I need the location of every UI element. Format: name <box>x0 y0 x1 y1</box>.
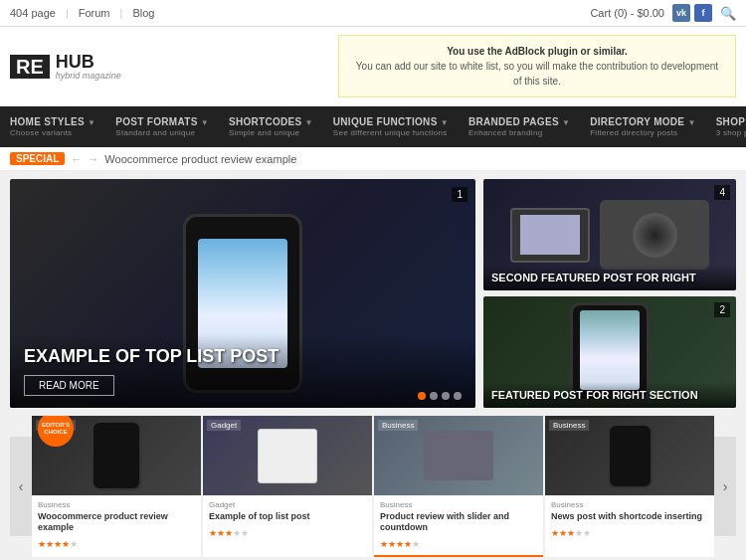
iphone-mini-visual <box>92 421 141 490</box>
carousel-item-2[interactable]: Gadget Gadget Example of top list post ★… <box>203 416 372 557</box>
featured-right-column: 4 SECOND FEATURED POST FOR RIGHT 2 FEATU… <box>483 179 736 408</box>
site-header: RE HUB hybrid magazine You use the AdBlo… <box>0 27 746 106</box>
adblock-line2: You can add our site to white list, so y… <box>356 61 718 87</box>
editors-choice-badge: EDITOR'S CHOICE <box>38 416 74 447</box>
breadcrumb: SPECIAL ← → Woocommerce product review e… <box>0 147 746 171</box>
carousel-item-1-info: Business Woocommerce product review exam… <box>32 495 201 555</box>
slider-number: 1 <box>452 187 467 202</box>
carousel-badge-4: Business <box>549 420 589 431</box>
nav-branded-pages[interactable]: BRANDED PAGES ▼ Enhanced branding <box>459 106 580 147</box>
carousel-badge-2: Gadget <box>207 420 241 431</box>
featured-main-overlay: EXAMPLE OF TOP LIST POST READ MORE <box>10 334 475 408</box>
carousel-items: EDITOR'S CHOICE Business Business Woocom… <box>32 416 714 557</box>
carousel-title-1: Woocommerce product review example <box>38 511 195 533</box>
right-post-bottom-num: 2 <box>714 302 730 317</box>
slider-dot-1[interactable] <box>418 392 426 400</box>
right-post-top-num: 4 <box>714 185 730 200</box>
slider-dots <box>418 392 462 400</box>
carousel-stars-3: ★★★★★ <box>380 536 537 550</box>
top-bar: 404 page | Forum | Blog Cart (0) - $0.00… <box>0 0 746 27</box>
camera-visual <box>600 200 709 270</box>
breadcrumb-link[interactable]: Woocommerce product review example <box>104 153 296 165</box>
breadcrumb-prev-arrow[interactable]: ← <box>71 153 82 165</box>
phone3-visual <box>608 424 653 488</box>
featured-right-post-top[interactable]: 4 SECOND FEATURED POST FOR RIGHT <box>483 179 736 290</box>
carousel-item-2-image: Gadget <box>203 416 372 495</box>
nav-unique-functions[interactable]: UNIQUE FUNCTIONS ▼ See different unique … <box>323 106 459 147</box>
search-icon[interactable]: 🔍 <box>720 6 736 21</box>
carousel-title-4: News post with shortcode inserting <box>551 511 708 522</box>
main-nav: HOME STYLES ▼ Choose variants POST FORMA… <box>0 106 746 147</box>
slider-dot-2[interactable] <box>430 392 438 400</box>
camera-lens <box>633 213 677 258</box>
breadcrumb-next-arrow[interactable]: → <box>88 153 98 165</box>
topbar-forum-link[interactable]: Forum <box>79 7 110 19</box>
carousel-cat-3: Business <box>380 500 537 509</box>
carousel-prev-arrow[interactable]: ‹ <box>10 437 32 536</box>
cart-info[interactable]: Cart (0) - $0.00 <box>590 7 664 19</box>
carousel-row: ‹ EDITOR'S CHOICE Business Business Wooc… <box>10 416 736 557</box>
logo-hub: HUB <box>56 53 121 71</box>
nav-shop-variants[interactable]: SHOP VARIANTS ▼ 3 shop plugins <box>706 106 746 147</box>
slider-dot-3[interactable] <box>442 392 450 400</box>
carousel-cat-1: Business <box>38 500 195 509</box>
topbar-404-link[interactable]: 404 page <box>10 7 56 19</box>
carousel-item-4-image: Business <box>545 416 714 495</box>
carousel-cat-2: Gadget <box>209 500 366 509</box>
right-post-bottom-title-overlay: FEATURED POST FOR RIGHT SECTION <box>483 382 736 408</box>
carousel-item-2-info: Gadget Example of top list post ★★★★★ <box>203 495 372 544</box>
featured-main-readmore-button[interactable]: READ MORE <box>24 375 114 396</box>
carousel-item-3-image: Business <box>374 416 543 495</box>
breadcrumb-special-badge: SPECIAL <box>10 152 65 165</box>
logo-sub: hybrid magazine <box>56 71 121 81</box>
right-post-top-title: SECOND FEATURED POST FOR RIGHT <box>491 272 696 283</box>
nav-post-formats[interactable]: POST FORMATS ▼ Standard and unique <box>105 106 219 147</box>
social-fb-icon[interactable]: f <box>694 4 712 22</box>
carousel-stars-1: ★★★★★ <box>38 536 195 550</box>
featured-row: 1 EXAMPLE OF TOP LIST POST READ MORE <box>10 179 736 408</box>
social-vk-icon[interactable]: vk <box>672 4 690 22</box>
carousel-item-4[interactable]: Business Business News post with shortco… <box>545 416 714 557</box>
social-icons: vk f <box>672 4 712 22</box>
right-post-bottom-title: FEATURED POST FOR RIGHT SECTION <box>491 389 698 401</box>
tablet-visual <box>510 208 590 263</box>
carousel-item-1-image: EDITOR'S CHOICE Business <box>32 416 201 495</box>
carousel-next-arrow[interactable]: › <box>714 437 736 536</box>
carousel-stars-4: ★★★★★ <box>551 525 708 539</box>
carousel-item-3-info: Business Product review with slider and … <box>374 495 543 555</box>
right-post-top-title-overlay: SECOND FEATURED POST FOR RIGHT <box>483 265 736 290</box>
logo-text: HUB hybrid magazine <box>56 53 121 81</box>
carousel-badge-3: Business <box>378 420 418 431</box>
carousel-title-2: Example of top list post <box>209 511 366 522</box>
carousel-item-1[interactable]: EDITOR'S CHOICE Business Business Woocom… <box>32 416 201 557</box>
slider-dot-4[interactable] <box>454 392 462 400</box>
calendar-visual <box>258 429 317 483</box>
nav-home-styles[interactable]: HOME STYLES ▼ Choose variants <box>0 106 105 147</box>
adblock-line1: You use the AdBlock plugin or similar. <box>447 46 628 57</box>
carousel-item-4-info: Business News post with shortcode insert… <box>545 495 714 544</box>
logo-re: RE <box>16 56 44 78</box>
featured-main-slider[interactable]: 1 EXAMPLE OF TOP LIST POST READ MORE <box>10 179 475 408</box>
carousel-title-3: Product review with slider and countdown <box>380 511 537 533</box>
logo-box: RE <box>10 55 50 79</box>
topbar-blog-link[interactable]: Blog <box>132 7 154 19</box>
main-content: 1 EXAMPLE OF TOP LIST POST READ MORE <box>0 171 746 560</box>
top-bar-links: 404 page | Forum | Blog <box>10 7 154 19</box>
carousel-stars-2: ★★★★★ <box>209 525 366 539</box>
top-bar-right: Cart (0) - $0.00 vk f 🔍 <box>590 4 736 22</box>
featured-main-title: EXAMPLE OF TOP LIST POST <box>24 346 462 367</box>
slider-visual <box>424 431 493 480</box>
adblock-notice: You use the AdBlock plugin or similar. Y… <box>338 35 736 97</box>
nav-directory-mode[interactable]: DIRECTORY MODE ▼ Filtered directory post… <box>580 106 705 147</box>
carousel-cat-4: Business <box>551 500 708 509</box>
logo[interactable]: RE HUB hybrid magazine <box>10 53 121 81</box>
featured-right-post-bottom[interactable]: 2 FEATURED POST FOR RIGHT SECTION <box>483 296 736 408</box>
carousel-item-3[interactable]: Business Business Product review with sl… <box>374 416 543 557</box>
nav-shortcodes[interactable]: SHORTCODES ▼ Simple and unique <box>219 106 323 147</box>
